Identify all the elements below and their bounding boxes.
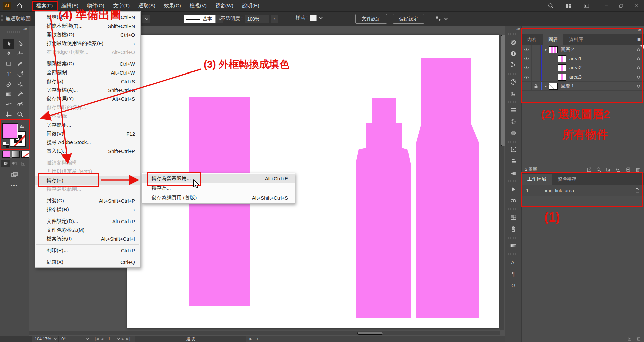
new-layer-icon[interactable] xyxy=(625,167,631,173)
new-sublayer-icon[interactable] xyxy=(615,167,621,173)
file-menu-item-7[interactable]: 關閉檔案(C)Ctrl+W xyxy=(35,59,140,68)
type-tool-icon[interactable]: T xyxy=(3,69,14,79)
file-menu-item-4[interactable]: 打開最近使用過的檔案(F)› xyxy=(35,39,140,48)
layers-panel-menu-icon[interactable]: ≡ xyxy=(637,34,644,45)
document-setup-button[interactable]: 文件設定 xyxy=(355,14,387,24)
file-menu-item-3[interactable]: 開啟舊檔(O)...Ctrl+O xyxy=(35,30,140,39)
fill-color-swatch[interactable] xyxy=(3,124,18,138)
zoom-tool-icon[interactable] xyxy=(14,109,26,119)
workspace-switcher-icon[interactable] xyxy=(560,2,577,9)
target-circle-icon[interactable] xyxy=(636,65,641,70)
layers-panel-tab-1[interactable]: 內容 xyxy=(522,34,543,45)
dock-grip[interactable] xyxy=(508,101,518,103)
paragraph-panel-icon[interactable]: ¶ xyxy=(505,268,521,280)
file-menu-item-1[interactable]: 新增(N)...Ctrl+N xyxy=(35,13,140,21)
layer-row-5[interactable]: ▸圖層 1 xyxy=(522,82,644,91)
file-menu-item-24[interactable]: 封裝(G)...Alt+Shift+Ctrl+P xyxy=(35,196,140,205)
artboards-panel-menu-icon[interactable]: ≡ xyxy=(637,174,644,185)
properties-wheel-panel-icon[interactable] xyxy=(505,37,521,48)
layer-expander-icon[interactable]: ▾ xyxy=(542,48,549,52)
zoom-level-control[interactable]: 104.17% xyxy=(32,336,59,342)
menubar-item-8[interactable]: 視窗(W) xyxy=(211,0,238,11)
artboard-shape-area2[interactable] xyxy=(356,98,411,318)
menubar-item-5[interactable]: 選取(S) xyxy=(134,0,160,11)
vertical-scrollbar[interactable] xyxy=(500,35,504,330)
layer-row-4[interactable]: area3 xyxy=(522,72,644,82)
shape-builder-tool-icon[interactable] xyxy=(14,99,26,109)
collect-export-icon[interactable] xyxy=(586,167,592,173)
artboard-tool-icon[interactable] xyxy=(3,109,14,119)
color-panel-icon[interactable] xyxy=(505,76,521,88)
visibility-toggle-icon[interactable] xyxy=(522,45,532,54)
draw-behind-icon[interactable] xyxy=(10,160,19,167)
layer-name[interactable]: area2 xyxy=(569,65,582,70)
draw-normal-icon[interactable] xyxy=(1,160,10,167)
control-bar-grip[interactable] xyxy=(1,14,3,23)
transparency-panel-icon[interactable] xyxy=(505,116,521,127)
new-layer-icon[interactable] xyxy=(627,336,632,341)
lock-cell[interactable] xyxy=(532,72,541,81)
file-menu-item-31[interactable]: 列印(P)...Ctrl+P xyxy=(35,246,140,255)
pen-tool-icon[interactable] xyxy=(3,49,14,59)
lock-cell[interactable] xyxy=(532,54,541,63)
layer-name[interactable]: area3 xyxy=(569,74,582,80)
opacity-expand-button[interactable]: › xyxy=(271,15,278,23)
artboard-row[interactable]: 1 img_link_area xyxy=(522,185,644,196)
file-menu-item-21[interactable]: 轉存(E)› xyxy=(35,176,140,185)
visibility-toggle-icon[interactable] xyxy=(522,63,532,72)
search-icon[interactable] xyxy=(542,2,560,9)
layer-name[interactable]: 圖層 1 xyxy=(561,83,574,89)
gradient-mesh-panel-icon[interactable] xyxy=(505,127,521,139)
target-circle-icon[interactable] xyxy=(636,75,641,80)
file-menu-item-15[interactable]: 回復(V)F12 xyxy=(35,129,140,138)
collapse-tools-icon[interactable]: «« xyxy=(23,27,26,31)
gradient-bar-panel-icon[interactable] xyxy=(505,240,521,251)
links-panel-icon[interactable] xyxy=(505,195,521,206)
export-submenu-item-1[interactable]: 轉存為螢幕適用...Alt+Ctrl+E xyxy=(142,174,295,183)
character-panel-icon[interactable]: A xyxy=(505,257,521,268)
menubar-item-6[interactable]: 效果(C) xyxy=(160,0,185,11)
dock-grip[interactable] xyxy=(508,208,518,210)
search-icon[interactable] xyxy=(596,167,602,173)
visibility-toggle-icon[interactable] xyxy=(522,54,532,63)
file-menu-item-19[interactable]: 邀請參與編輯... xyxy=(35,158,140,167)
variables-panel-icon[interactable] xyxy=(505,59,521,71)
lock-cell[interactable] xyxy=(532,63,541,72)
eyedropper-tool-icon[interactable] xyxy=(14,89,26,99)
layer-name[interactable]: 圖層 2 xyxy=(561,47,574,53)
artboard-shape-area3[interactable] xyxy=(416,58,479,318)
color-button[interactable] xyxy=(2,151,10,158)
layer-thumbnail[interactable] xyxy=(558,64,566,71)
lock-icon[interactable] xyxy=(532,82,541,90)
stroke-panel-icon[interactable] xyxy=(505,104,521,116)
rotate-tool-icon[interactable] xyxy=(14,69,26,79)
hidden-control-chevron[interactable] xyxy=(142,15,150,23)
paintbrush-tool-icon[interactable] xyxy=(14,59,26,69)
isolate-selection-control[interactable] xyxy=(435,15,447,22)
layers-panel-tab-2[interactable]: 圖層 xyxy=(543,34,563,45)
artboards-panel-tab-1[interactable]: 工作區域 xyxy=(522,174,552,185)
last-artboard-icon[interactable]: ▶┃ xyxy=(126,337,131,341)
file-menu-item-25[interactable]: 指令檔(R)› xyxy=(35,205,140,214)
dock-grip[interactable] xyxy=(508,253,518,255)
opacity-input[interactable]: 100% xyxy=(245,15,269,23)
preferences-button[interactable]: 偏好設定 xyxy=(393,14,424,24)
dock-grip[interactable] xyxy=(508,141,518,143)
curvature-tool-icon[interactable] xyxy=(14,49,26,59)
delete-icon[interactable] xyxy=(635,167,641,173)
layer-row-2[interactable]: area1 xyxy=(522,54,644,63)
collapse-dock-icon[interactable]: «« xyxy=(516,27,519,31)
swap-fill-stroke-icon[interactable]: ⇆ xyxy=(20,124,24,129)
file-menu-item-17[interactable]: 置入(L)...Shift+Ctrl+P xyxy=(35,147,140,155)
opacity-label[interactable]: 不透明度 : xyxy=(221,16,243,22)
target-circle-icon[interactable] xyxy=(636,56,641,61)
target-circle-icon[interactable] xyxy=(636,84,641,89)
menubar-item-7[interactable]: 檢視(V) xyxy=(185,0,211,11)
file-menu-item-13[interactable]: 版本記錄 xyxy=(35,112,140,120)
artboard-dropdown-icon[interactable] xyxy=(117,337,120,340)
align-panel-icon[interactable] xyxy=(505,155,521,167)
file-menu-item-8[interactable]: 全部關閉Alt+Ctrl+W xyxy=(35,68,140,77)
file-menu-item-29[interactable]: 檔案資訊(I)...Alt+Shift+Ctrl+I xyxy=(35,234,140,243)
dock-grip[interactable] xyxy=(508,33,518,35)
file-menu-item-14[interactable]: 另存範本... xyxy=(35,120,140,129)
